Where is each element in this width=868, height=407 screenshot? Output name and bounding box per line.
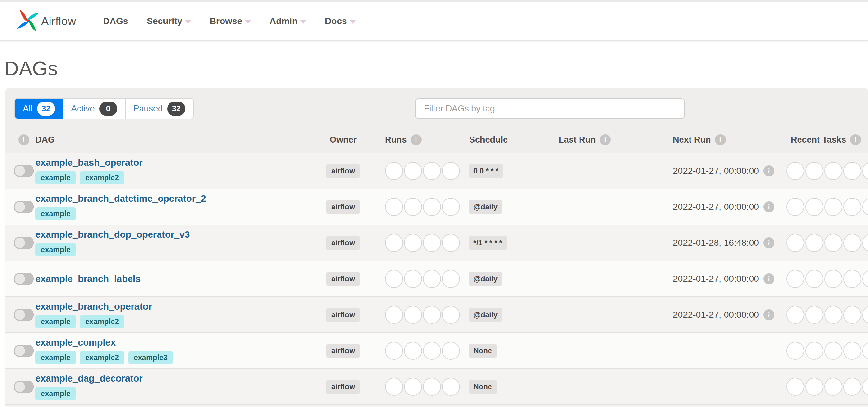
run-status-circle[interactable]: [442, 270, 460, 288]
info-icon[interactable]: i: [18, 134, 29, 145]
tag-filter-input[interactable]: [415, 98, 685, 119]
dag-link[interactable]: example_branch_datetime_operator_2: [35, 193, 317, 204]
run-status-circle[interactable]: [423, 306, 441, 324]
dag-tag[interactable]: example2: [80, 351, 124, 364]
dag-tag[interactable]: example3: [128, 351, 173, 364]
run-status-circle[interactable]: [385, 270, 403, 288]
run-status-circle[interactable]: [404, 234, 422, 252]
recent-task-circle[interactable]: [843, 306, 861, 324]
run-status-circle[interactable]: [404, 270, 422, 288]
recent-task-circle[interactable]: [862, 306, 868, 324]
run-status-circle[interactable]: [404, 306, 422, 324]
dag-tag[interactable]: example2: [80, 315, 124, 328]
recent-task-circle[interactable]: [805, 162, 823, 180]
run-status-circle[interactable]: [442, 306, 460, 324]
run-status-circle[interactable]: [385, 342, 403, 360]
dag-tag[interactable]: example: [35, 387, 76, 400]
run-status-circle[interactable]: [442, 378, 460, 396]
recent-task-circle[interactable]: [862, 378, 868, 396]
recent-task-circle[interactable]: [843, 378, 861, 396]
recent-task-circle[interactable]: [786, 234, 804, 252]
recent-task-circle[interactable]: [824, 234, 842, 252]
recent-task-circle[interactable]: [805, 306, 823, 324]
dag-link[interactable]: example_branch_operator: [35, 301, 317, 312]
dag-tag[interactable]: example: [35, 351, 76, 364]
info-icon[interactable]: i: [764, 165, 774, 176]
run-status-circle[interactable]: [423, 162, 441, 180]
recent-task-circle[interactable]: [786, 198, 804, 216]
run-status-circle[interactable]: [385, 234, 403, 252]
dag-link[interactable]: example_bash_operator: [35, 158, 317, 168]
dag-link[interactable]: example_complex: [35, 337, 317, 348]
pause-toggle[interactable]: [14, 309, 34, 321]
recent-task-circle[interactable]: [862, 198, 868, 216]
run-status-circle[interactable]: [404, 378, 422, 396]
dag-tag[interactable]: example2: [80, 171, 124, 184]
pause-toggle[interactable]: [14, 237, 34, 249]
run-status-circle[interactable]: [442, 342, 460, 360]
dag-tag[interactable]: example: [35, 243, 76, 256]
run-status-circle[interactable]: [385, 378, 403, 396]
brand[interactable]: Airflow: [17, 8, 76, 34]
info-icon[interactable]: i: [715, 134, 726, 145]
info-icon[interactable]: i: [764, 237, 774, 248]
pause-toggle[interactable]: [14, 165, 34, 177]
run-status-circle[interactable]: [423, 342, 441, 360]
recent-task-circle[interactable]: [786, 306, 804, 324]
info-icon[interactable]: i: [764, 273, 774, 284]
recent-task-circle[interactable]: [805, 378, 823, 396]
recent-task-circle[interactable]: [843, 162, 861, 180]
filter-tab-all[interactable]: All32: [15, 99, 63, 118]
run-status-circle[interactable]: [385, 198, 403, 216]
dag-tag[interactable]: example: [35, 207, 76, 221]
run-status-circle[interactable]: [423, 234, 441, 252]
nav-item-browse[interactable]: Browse: [210, 16, 251, 26]
recent-task-circle[interactable]: [824, 306, 842, 324]
recent-task-circle[interactable]: [805, 234, 823, 252]
recent-task-circle[interactable]: [824, 378, 842, 396]
recent-task-circle[interactable]: [824, 162, 842, 180]
run-status-circle[interactable]: [442, 234, 460, 252]
run-status-circle[interactable]: [423, 198, 441, 216]
recent-task-circle[interactable]: [862, 342, 868, 360]
pause-toggle[interactable]: [14, 273, 34, 285]
filter-tab-active[interactable]: Active0: [63, 99, 125, 118]
recent-task-circle[interactable]: [786, 342, 804, 360]
recent-task-circle[interactable]: [862, 270, 868, 288]
run-status-circle[interactable]: [404, 162, 422, 180]
pause-toggle[interactable]: [14, 345, 34, 357]
recent-task-circle[interactable]: [843, 270, 861, 288]
recent-task-circle[interactable]: [824, 198, 842, 216]
recent-task-circle[interactable]: [824, 270, 842, 288]
info-icon[interactable]: i: [411, 134, 422, 145]
recent-task-circle[interactable]: [786, 270, 804, 288]
dag-tag[interactable]: example: [35, 171, 76, 184]
recent-task-circle[interactable]: [805, 198, 823, 216]
dag-link[interactable]: example_dag_decorator: [35, 373, 317, 384]
nav-item-admin[interactable]: Admin: [270, 16, 306, 26]
recent-task-circle[interactable]: [843, 198, 861, 216]
recent-task-circle[interactable]: [786, 378, 804, 396]
recent-task-circle[interactable]: [843, 234, 861, 252]
nav-item-docs[interactable]: Docs: [325, 16, 355, 26]
info-icon[interactable]: i: [764, 201, 774, 212]
recent-task-circle[interactable]: [862, 234, 868, 252]
dag-tag[interactable]: example: [35, 315, 76, 328]
recent-task-circle[interactable]: [805, 270, 823, 288]
recent-task-circle[interactable]: [786, 162, 804, 180]
run-status-circle[interactable]: [385, 306, 403, 324]
run-status-circle[interactable]: [442, 162, 460, 180]
nav-item-security[interactable]: Security: [147, 16, 191, 26]
filter-tab-paused[interactable]: Paused32: [125, 99, 193, 118]
dag-link[interactable]: example_branch_labels: [35, 274, 317, 284]
run-status-circle[interactable]: [442, 198, 460, 216]
info-icon[interactable]: i: [764, 309, 774, 320]
run-status-circle[interactable]: [404, 342, 422, 360]
run-status-circle[interactable]: [385, 162, 403, 180]
run-status-circle[interactable]: [423, 378, 441, 396]
info-icon[interactable]: i: [600, 134, 611, 145]
info-icon[interactable]: i: [850, 134, 861, 145]
recent-task-circle[interactable]: [843, 342, 861, 360]
run-status-circle[interactable]: [404, 198, 422, 216]
pause-toggle[interactable]: [14, 201, 34, 213]
